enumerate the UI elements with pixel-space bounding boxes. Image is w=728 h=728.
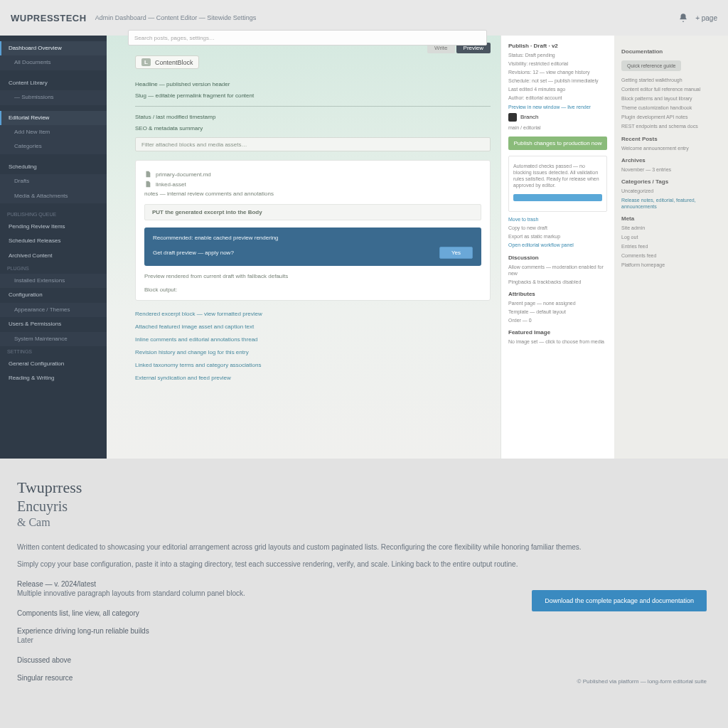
right-line[interactable]: Log out (621, 234, 721, 240)
hero-para: Simply copy your base configuration, pas… (17, 559, 671, 570)
bell-icon[interactable] (678, 13, 688, 23)
panel-head: Discussion (508, 255, 607, 261)
right-line[interactable]: Site admin (621, 225, 721, 231)
sidebar-item[interactable]: Scheduled Releases (0, 234, 107, 248)
footer-note: © Published via platform — long-form edi… (577, 678, 707, 685)
section-label: Discussed above (17, 656, 711, 664)
sidebar-group-label: Settings (0, 346, 107, 357)
hero-h2: Encuyris (17, 498, 711, 515)
right-line[interactable]: Entries feed (621, 243, 721, 250)
panel-line[interactable]: Export as static markup (508, 233, 607, 240)
hero-h3: & Cam (17, 516, 711, 529)
sidebar-item[interactable]: Reading & Writing (0, 371, 107, 385)
search-input[interactable]: Search posts, pages, settings… (128, 30, 487, 46)
hero-h1: Twuprress (17, 478, 711, 497)
content-link[interactable]: Linked taxonomy terms and category assoc… (135, 362, 491, 368)
apply-button[interactable]: Yes (439, 247, 473, 259)
field-line: Headline — published version header (135, 81, 491, 87)
content-link[interactable]: Rendered excerpt block — view formatted … (135, 311, 491, 317)
link-list: Rendered excerpt block — view formatted … (135, 311, 491, 381)
right-head: Recent Posts (621, 136, 721, 142)
right-line[interactable]: Welcome announcement entry (621, 145, 721, 151)
panel-line: Parent page — none assigned (508, 300, 607, 306)
hero-para: Written content dedicated to showcasing … (17, 542, 671, 553)
sidebar-item[interactable]: Pending Review Items (0, 220, 107, 234)
publish-panel: Publish · Draft · v2 Status: Draft pendi… (500, 36, 614, 459)
title-badge: L ContentBlock (135, 55, 199, 69)
action-button[interactable] (513, 194, 602, 201)
sidebar-group-label: Plugins (0, 263, 107, 274)
sidebar-item[interactable]: General Configuration (0, 357, 107, 371)
card-row[interactable]: primary-document.md (156, 171, 211, 178)
section-label: Release — v. 2024/latest (17, 580, 711, 588)
panel-line: Visibility: restricted editorial (508, 60, 607, 67)
sidebar-item[interactable]: Configuration (0, 288, 107, 302)
panel-line: Order — 0 (508, 317, 607, 323)
panel-link[interactable]: Open editorial workflow panel (508, 242, 607, 248)
top-page-link[interactable]: + page (695, 14, 717, 22)
sidebar-item[interactable]: All Documents (0, 55, 107, 70)
document-icon (144, 171, 151, 178)
right-line[interactable]: Uncategorized (621, 188, 721, 194)
sidebar: Dashboard Overview All Documents Content… (0, 36, 107, 459)
panel-line: Last edited 4 minutes ago (508, 86, 607, 92)
right-line[interactable]: November — 3 entries (621, 166, 721, 173)
content-link[interactable]: External syndication and feed preview (135, 375, 491, 381)
preview-link[interactable]: Preview in new window — live render (508, 104, 607, 110)
panel-link[interactable]: Move to trash (508, 216, 607, 223)
content-link[interactable]: Inline comments and editorial annotation… (135, 336, 491, 343)
field-line: Status / last modified timestamp (135, 114, 491, 120)
card-row[interactable]: linked-asset (156, 181, 186, 188)
publish-button[interactable]: Publish changes to production now (508, 136, 607, 150)
sidebar-item[interactable]: Content Library (0, 76, 107, 90)
sidebar-item[interactable]: Add New Item (0, 125, 107, 139)
content-link[interactable]: Attached featured image asset and captio… (135, 323, 491, 330)
sidebar-item[interactable]: Users & Permissions (0, 317, 107, 331)
sidebar-item[interactable]: System Maintenance (0, 332, 107, 346)
sidebar-item[interactable]: Media & Attachments (0, 189, 107, 203)
sidebar-item[interactable]: Editorial Review (0, 111, 107, 125)
panel-line[interactable]: Copy to new draft (508, 225, 607, 231)
download-cta-button[interactable]: Download the complete package and docume… (532, 590, 707, 611)
sidebar-item[interactable]: — Submissions (0, 90, 107, 105)
panel-line: Author: editorial account (508, 95, 607, 101)
right-line[interactable]: Platform homepage (621, 262, 721, 268)
sidebar-item[interactable]: Categories (0, 139, 107, 154)
right-head: Archives (621, 157, 721, 164)
sidebar-item[interactable]: Dashboard Overview (0, 41, 107, 55)
breadcrumb: Admin Dashboard — Content Editor — Sitew… (95, 14, 679, 21)
panel-line: Schedule: not set — publish immediately (508, 77, 607, 84)
sidebar-item[interactable]: Archived Content (0, 249, 107, 263)
marketing-section: Twuprress Encuyris & Cam Written content… (0, 459, 728, 689)
content-link[interactable]: Revision history and change log for this… (135, 349, 491, 355)
excerpt-strip: PUT the generated excerpt into the Body (144, 204, 481, 220)
sidebar-item[interactable]: Installed Extensions (0, 274, 107, 288)
panel-line: Automated checks passed — no blocking is… (513, 163, 602, 188)
right-line[interactable]: Content editor full reference manual (621, 86, 721, 92)
filter-input[interactable]: Filter attached blocks and media assets… (135, 137, 491, 151)
field-line: SEO & metadata summary (135, 125, 491, 132)
right-line[interactable]: Theme customization handbook (621, 105, 721, 111)
panel-head: Attributes (508, 291, 607, 297)
panel-line: Allow comments — moderation enabled for … (508, 264, 607, 277)
sidebar-item[interactable]: Scheduling (0, 160, 107, 174)
search-placeholder: Search posts, pages, settings… (134, 35, 215, 41)
document-icon (144, 181, 151, 188)
right-line[interactable]: Block patterns and layout library (621, 95, 721, 102)
sidebar-item[interactable]: Appearance / Themes (0, 303, 107, 317)
panel-head: Featured Image (508, 329, 607, 336)
suggestion-line2: Get draft preview — apply now? (153, 250, 434, 256)
right-line[interactable]: Plugin development API notes (621, 114, 721, 120)
quickref-button[interactable]: Quick reference guide (621, 60, 681, 71)
right-line[interactable]: Release notes, editorial, featured, anno… (621, 197, 721, 210)
suggestion-line1: Recommended: enable cached preview rende… (153, 235, 473, 241)
checks-box: Automated checks passed — no blocking is… (508, 156, 607, 212)
right-line[interactable]: Getting started walkthrough (621, 77, 721, 83)
docs-column: Documentation Quick reference guide Gett… (614, 36, 728, 459)
section-label: Experience driving long-run reliable bui… (17, 627, 711, 635)
hero-para: Later (17, 635, 671, 646)
right-line[interactable]: Comments feed (621, 252, 721, 259)
right-line[interactable]: REST endpoints and schema docs (621, 123, 721, 129)
sidebar-item[interactable]: Drafts (0, 174, 107, 188)
panel-line[interactable]: No image set — click to choose from medi… (508, 338, 607, 345)
